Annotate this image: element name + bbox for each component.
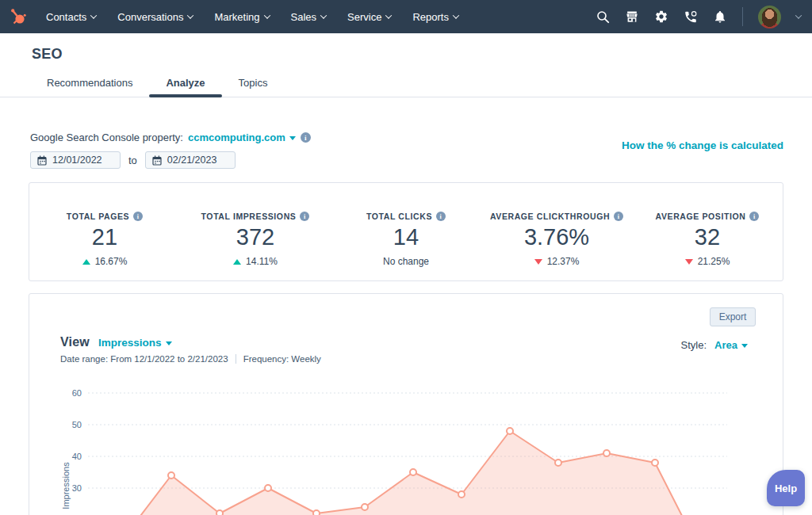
top-navigation: Contacts Conversations Marketing Sales S… [0,0,812,33]
date-from-value: 12/01/2022 [52,154,102,166]
hubspot-logo-icon[interactable] [0,6,36,27]
view-metric-dropdown[interactable]: Impressions [98,337,172,349]
nav-utilities [596,6,812,29]
stat-label: TOTAL IMPRESSIONS [201,212,297,221]
chart-frequency-text: Frequency: Weekly [243,354,321,364]
property-value: ccmcomputing.com [188,132,285,143]
up-triangle-icon [233,259,241,265]
stat-change-text: 21.25% [698,256,730,267]
settings-gear-icon[interactable] [654,10,668,24]
chart-style-value: Area [714,339,737,351]
how-change-calculated-link[interactable]: How the % change is calculated [622,139,783,151]
calling-phone-icon[interactable] [684,10,698,24]
nav-item-reports[interactable]: Reports [412,11,458,23]
chevron-down-icon [263,12,270,18]
nav-item-label: Marketing [214,11,259,23]
stat-average-position: AVERAGE POSITION i 32 21.25% [632,183,783,280]
stat-change-text: 12.37% [547,256,580,267]
stat-value: 3.76% [524,226,589,249]
nav-item-label: Reports [412,11,449,23]
search-console-property-row: Google Search Console property: ccmcompu… [30,132,311,143]
page-header: SEO Recommendations Analyze Topics [0,33,812,97]
nav-item-conversations[interactable]: Conversations [117,11,193,23]
stat-info-icon[interactable]: i [133,212,143,221]
down-triangle-icon [685,259,693,265]
property-label: Google Search Console property: [30,132,183,143]
user-avatar[interactable] [758,6,781,29]
svg-text:50: 50 [72,420,82,429]
stat-total-clicks: TOTAL CLICKS i 14 No change [331,183,481,280]
property-info-icon[interactable]: i [301,132,311,143]
stat-info-icon[interactable]: i [436,212,446,221]
impressions-area-chart: 30405060Impressions [29,373,784,515]
nav-item-label: Conversations [117,11,183,23]
svg-text:40: 40 [72,452,82,461]
date-from-input[interactable]: 12/01/2022 [30,151,121,169]
nav-divider [742,7,743,26]
nav-item-label: Contacts [46,11,86,23]
property-dropdown[interactable]: ccmcomputing.com [188,132,296,143]
date-range-to-label: to [128,154,137,166]
tab-bar: Recommendations Analyze Topics [30,70,284,97]
nav-item-marketing[interactable]: Marketing [214,11,269,23]
help-button[interactable]: Help [767,470,805,506]
stat-value: 32 [695,226,720,249]
impressions-chart-card: Export View Impressions Date range: From… [29,293,783,515]
chart-meta: Date range: From 12/1/2022 to 2/21/2023 … [60,354,321,364]
svg-text:60: 60 [72,388,82,398]
account-chevron-down-icon[interactable] [795,12,802,18]
page-title: SEO [32,46,63,63]
date-to-input[interactable]: 02/21/2023 [145,151,236,169]
stat-info-icon[interactable]: i [614,212,623,221]
chart-date-range-text: Date range: From 12/1/2022 to 2/21/2023 [60,354,228,364]
nav-item-label: Sales [291,11,317,23]
calendar-icon [152,155,162,166]
chevron-down-icon [741,344,748,348]
view-title: View [60,335,90,349]
chevron-down-icon [320,12,327,18]
view-metric-value: Impressions [98,337,162,349]
search-icon[interactable] [596,10,610,24]
nav-item-service[interactable]: Service [347,11,391,23]
nav-item-label: Service [347,11,381,23]
marketplace-icon[interactable] [625,10,639,24]
tab-recommendations[interactable]: Recommendations [30,70,149,97]
stat-change-text: No change [383,256,429,267]
date-range-picker: 12/01/2022 to 02/21/2023 [30,151,236,169]
chevron-down-icon [90,12,97,18]
chevron-down-icon [453,12,459,18]
style-label: Style: [681,339,707,351]
tab-topics[interactable]: Topics [222,70,285,97]
chevron-down-icon [166,341,172,345]
nav-item-contacts[interactable]: Contacts [46,11,96,23]
stat-total-impressions: TOTAL IMPRESSIONS i 372 14.11% [180,183,331,280]
chevron-down-icon [187,12,193,18]
export-button[interactable]: Export [710,307,756,326]
date-to-value: 02/21/2023 [167,154,217,166]
main-menu: Contacts Conversations Marketing Sales S… [46,11,458,23]
stat-label: TOTAL CLICKS [366,212,432,221]
stat-value: 21 [92,226,117,249]
meta-divider [236,354,236,364]
chevron-down-icon [289,136,296,140]
svg-text:Impressions: Impressions [61,462,71,509]
stat-change-text: 16.67% [95,256,128,267]
stat-info-icon[interactable]: i [300,212,309,221]
summary-stats-card: TOTAL PAGES i 21 16.67% TOTAL IMPRESSION… [29,182,783,281]
stat-average-clickthrough: AVERAGE CLICKTHROUGH i 3.76% 12.37% [481,183,632,280]
notifications-bell-icon[interactable] [713,10,727,24]
stat-value: 372 [236,226,274,249]
stat-label: AVERAGE CLICKTHROUGH [490,212,610,221]
nav-item-sales[interactable]: Sales [291,11,327,23]
stat-change-text: 14.11% [246,256,278,267]
tab-analyze[interactable]: Analyze [149,70,221,97]
stat-info-icon[interactable]: i [749,212,759,221]
stat-value: 14 [393,226,419,249]
down-triangle-icon [534,259,542,265]
up-triangle-icon [82,259,90,265]
chart-style-dropdown[interactable]: Area [714,339,748,351]
stat-label: TOTAL PAGES [67,212,129,221]
chevron-down-icon [385,12,392,18]
calendar-icon [37,155,47,166]
svg-text:30: 30 [72,483,82,493]
